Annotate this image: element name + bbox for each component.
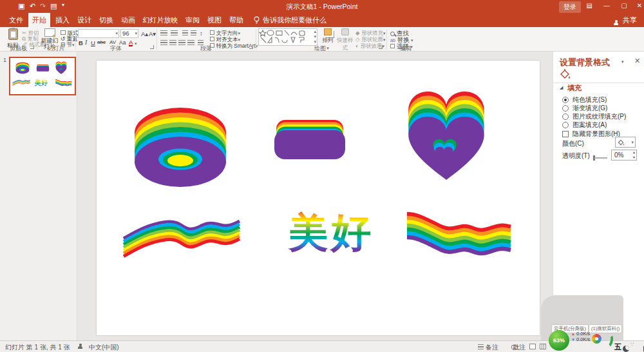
numbering-icon[interactable] (171, 30, 178, 36)
ribbon-display-options-icon[interactable]: ▤ (583, 2, 596, 9)
notes-button[interactable]: 备注 (486, 343, 498, 352)
tab-transitions[interactable]: 切换 (97, 13, 116, 27)
tab-help[interactable]: 帮助 (227, 13, 246, 27)
rainbow-heart-shape[interactable] (406, 90, 487, 185)
tab-design[interactable]: 设计 (75, 13, 94, 27)
ime-indicator[interactable]: 五 (614, 342, 621, 352)
line-spacing-icon[interactable]: ↕ (200, 30, 203, 37)
download-speed: ▼ 0.0K/s (571, 337, 590, 342)
moon-tray-icon[interactable] (623, 346, 629, 352)
color-picker-button[interactable]: ▾ (615, 137, 636, 148)
pattern-fill-radio[interactable] (562, 122, 569, 128)
tab-insert[interactable]: 插入 (53, 13, 72, 27)
tab-slideshow[interactable]: 幻灯片放映 (140, 13, 180, 27)
language-indicator[interactable]: 中文(中国) (89, 343, 119, 352)
gradient-fill-radio[interactable] (562, 105, 569, 112)
color-label: 颜色(C) (562, 139, 584, 148)
arrange-icon (324, 28, 332, 35)
font-dialog-launcher[interactable] (150, 45, 154, 49)
speed-ball[interactable]: 63% (549, 330, 569, 351)
thumb-wordart: 美好 (35, 79, 48, 88)
thumb-rounded-rect (36, 64, 50, 72)
bullets-icon[interactable] (160, 30, 167, 36)
slide-number: 1 (3, 57, 6, 63)
panel-title: 设置背景格式 (560, 57, 610, 68)
tab-file[interactable]: 文件 (5, 13, 27, 27)
comments-button[interactable]: 批注 (513, 343, 526, 352)
spin-up-icon[interactable]: ▴ (633, 150, 635, 154)
ribbon: 粘贴 ▾ ✂ 剪切 ⧉ 复制 🖉 格式刷 剪贴板 新建幻灯片▾ 版式▾ ↺ 重置… (0, 27, 644, 52)
clipboard-dialog-launcher[interactable] (30, 45, 34, 49)
paragraph-dialog-launcher[interactable] (249, 45, 253, 49)
solid-fill-radio[interactable] (562, 97, 569, 103)
gallery-scroll-down-icon[interactable]: ▾ (314, 34, 316, 39)
tab-review[interactable]: 审阅 (183, 13, 202, 27)
hide-background-label[interactable]: 隐藏背景图形(H) (573, 130, 620, 139)
tellme-bulb-icon (253, 16, 260, 24)
browser-ball-icon[interactable] (592, 334, 601, 344)
upload-speed: ▲ 0.0K/s (571, 331, 590, 337)
fill-bucket-icon[interactable] (558, 68, 571, 80)
thumb-wave-1 (12, 79, 32, 88)
share-button[interactable]: 共享 (620, 13, 639, 27)
overlay-chip-2[interactable]: (1)微软百科() (589, 324, 622, 333)
color-dropdown-icon: ▾ (631, 140, 634, 145)
thumb-wave-2 (54, 78, 72, 88)
slide-counter[interactable]: 幻灯片 第 1 张, 共 1 张 (5, 343, 70, 352)
transparency-slider-track[interactable] (594, 157, 607, 159)
wordart-text[interactable]: 美好 (273, 208, 389, 258)
status-bar: 幻灯片 第 1 张, 共 1 张 中文(中国) 备注 批注 (0, 340, 644, 352)
title-bar: ▣ ↶ ↷ ▤ ▾ 演示文稿1 - PowerPoint 登录 ▤ — ▢ ✕ (0, 0, 644, 13)
spin-down-icon[interactable]: ▾ (633, 155, 635, 159)
fill-expand-icon[interactable]: ◢ (560, 85, 563, 90)
paste-icon (8, 28, 18, 40)
notes-icon (478, 344, 484, 349)
close-icon[interactable]: ✕ (633, 2, 644, 9)
ribbon-tab-row: 文件 开始 插入 设计 切换 动画 幻灯片放映 审阅 视图 帮助 告诉我你想要做… (0, 13, 644, 27)
window-title: 演示文稿1 - PowerPoint (0, 3, 644, 12)
tellme-box[interactable]: 告诉我你想要做什么 (263, 13, 334, 27)
normal-view-icon[interactable] (529, 344, 536, 349)
font-size-input[interactable]: 96▾ (120, 29, 138, 38)
gallery-scroll-up-icon[interactable]: ▴ (314, 29, 316, 34)
tab-animations[interactable]: 动画 (118, 13, 138, 27)
solid-fill-label[interactable]: 纯色填充(S) (573, 95, 607, 104)
tab-view[interactable]: 视图 (205, 13, 224, 27)
transparency-label: 透明度(T) (562, 152, 590, 161)
gradient-fill-label[interactable]: 渐变填充(G) (573, 104, 607, 113)
pattern-fill-label[interactable]: 图案填充(A) (573, 121, 607, 130)
slide-1-thumbnail[interactable]: 美好 (9, 57, 76, 95)
slide-sorter-view-icon[interactable] (540, 344, 546, 349)
new-slide-icon (44, 28, 55, 37)
tab-home[interactable]: 开始 (28, 13, 50, 27)
tray-dots-icon[interactable]: ∵ (630, 342, 634, 347)
hide-background-checkbox[interactable] (562, 131, 569, 137)
rainbow-rounded-rect-shape[interactable] (273, 120, 346, 160)
sign-in-button[interactable]: 登录 (559, 1, 581, 13)
drawing-dialog-launcher[interactable] (379, 45, 383, 49)
maximize-icon[interactable]: ▢ (618, 2, 630, 9)
picture-fill-radio[interactable] (562, 113, 569, 120)
transparency-spinner[interactable]: 0% ▴ ▾ (611, 150, 637, 161)
thumb-donut (15, 62, 30, 74)
find-icon (390, 32, 395, 36)
minimize-icon[interactable]: — (600, 2, 613, 9)
shrink-font-button[interactable]: A▾ (149, 30, 156, 37)
increase-indent-icon[interactable] (191, 30, 196, 36)
panel-menu-icon[interactable]: ▾ (621, 59, 624, 64)
transparency-value: 0% (614, 152, 623, 159)
grow-font-button[interactable]: A▴ (141, 30, 148, 37)
slide-thumbnail-pane: 1 美好 (0, 52, 77, 340)
rainbow-wave-shape-1[interactable] (121, 213, 250, 271)
rainbow-wave-shape-2[interactable] (398, 205, 514, 269)
font-name-input[interactable]: ▾ (78, 29, 119, 38)
rainbow-donut-shape[interactable] (132, 106, 229, 189)
powerpoint-window: ▣ ↶ ↷ ▤ ▾ 演示文稿1 - PowerPoint 登录 ▤ — ▢ ✕ … (0, 0, 644, 352)
accessibility-icon[interactable] (77, 344, 83, 349)
picture-fill-label[interactable]: 图片或纹理填充(P) (573, 112, 626, 121)
decrease-indent-icon[interactable] (182, 30, 188, 36)
shapes-gallery[interactable]: ▴ ▾ ▾ (258, 28, 317, 46)
gallery-more-icon[interactable]: ▾ (314, 39, 316, 44)
panel-close-icon[interactable]: ✕ (634, 57, 640, 65)
share-person-icon (613, 20, 619, 26)
